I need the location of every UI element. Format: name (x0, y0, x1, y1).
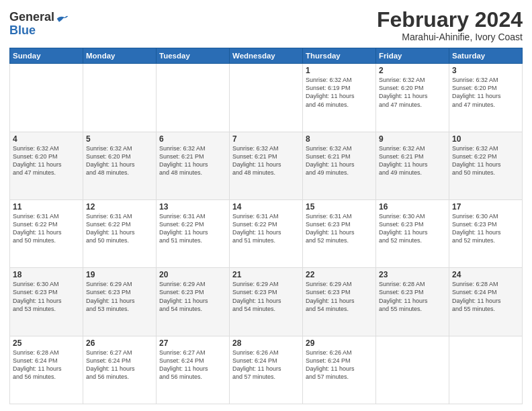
table-row: 15Sunrise: 6:31 AM Sunset: 6:23 PM Dayli… (303, 199, 376, 267)
logo: General Blue (9, 11, 69, 38)
day-info: Sunrise: 6:27 AM Sunset: 6:24 PM Dayligh… (159, 349, 226, 381)
day-info: Sunrise: 6:31 AM Sunset: 6:22 PM Dayligh… (13, 212, 80, 245)
col-saturday: Saturday (449, 48, 523, 64)
day-number: 15 (306, 202, 373, 212)
day-info: Sunrise: 6:30 AM Sunset: 6:23 PM Dayligh… (379, 212, 446, 245)
col-friday: Friday (376, 48, 449, 64)
day-info: Sunrise: 6:32 AM Sunset: 6:22 PM Dayligh… (452, 144, 519, 177)
table-row: 25Sunrise: 6:28 AM Sunset: 6:24 PM Dayli… (10, 336, 83, 404)
table-row (230, 64, 303, 132)
day-number: 2 (379, 66, 446, 75)
title-area: February 2024 Marahui-Ahinifie, Ivory Co… (377, 8, 523, 42)
col-sunday: Sunday (10, 48, 83, 64)
col-thursday: Thursday (303, 48, 376, 64)
day-info: Sunrise: 6:29 AM Sunset: 6:23 PM Dayligh… (306, 280, 373, 313)
day-info: Sunrise: 6:32 AM Sunset: 6:21 PM Dayligh… (306, 144, 373, 177)
day-info: Sunrise: 6:31 AM Sunset: 6:22 PM Dayligh… (86, 212, 153, 245)
day-info: Sunrise: 6:32 AM Sunset: 6:21 PM Dayligh… (232, 144, 300, 177)
table-row: 5Sunrise: 6:32 AM Sunset: 6:20 PM Daylig… (83, 132, 157, 199)
table-row: 26Sunrise: 6:27 AM Sunset: 6:24 PM Dayli… (83, 336, 157, 404)
table-row: 12Sunrise: 6:31 AM Sunset: 6:22 PM Dayli… (83, 199, 157, 267)
table-row: 3Sunrise: 6:32 AM Sunset: 6:20 PM Daylig… (449, 64, 523, 132)
table-row: 16Sunrise: 6:30 AM Sunset: 6:23 PM Dayli… (376, 199, 449, 267)
table-row: 28Sunrise: 6:26 AM Sunset: 6:24 PM Dayli… (230, 336, 303, 404)
logo-area: General Blue (9, 11, 69, 38)
day-info: Sunrise: 6:27 AM Sunset: 6:24 PM Dayligh… (86, 349, 153, 381)
day-number: 21 (232, 270, 300, 279)
day-number: 14 (232, 202, 300, 212)
header: General Blue February 2024 Marahui-Ahini… (9, 8, 523, 42)
table-row: 22Sunrise: 6:29 AM Sunset: 6:23 PM Dayli… (303, 268, 376, 336)
table-row: 1Sunrise: 6:32 AM Sunset: 6:19 PM Daylig… (303, 64, 376, 132)
table-row: 6Sunrise: 6:32 AM Sunset: 6:21 PM Daylig… (157, 132, 230, 199)
logo-text: General Blue (9, 11, 54, 38)
day-info: Sunrise: 6:29 AM Sunset: 6:23 PM Dayligh… (86, 280, 153, 313)
day-number: 4 (13, 134, 80, 144)
logo-general: General (9, 10, 54, 24)
table-row: 29Sunrise: 6:26 AM Sunset: 6:24 PM Dayli… (303, 336, 376, 404)
logo-bird-icon (56, 14, 69, 28)
table-row: 9Sunrise: 6:32 AM Sunset: 6:21 PM Daylig… (376, 132, 449, 199)
table-row: 27Sunrise: 6:27 AM Sunset: 6:24 PM Dayli… (157, 336, 230, 404)
day-info: Sunrise: 6:26 AM Sunset: 6:24 PM Dayligh… (306, 349, 373, 381)
day-number: 19 (86, 270, 153, 279)
day-number: 25 (13, 338, 80, 348)
calendar-week-row: 11Sunrise: 6:31 AM Sunset: 6:22 PM Dayli… (10, 199, 523, 267)
table-row: 8Sunrise: 6:32 AM Sunset: 6:21 PM Daylig… (303, 132, 376, 199)
day-info: Sunrise: 6:32 AM Sunset: 6:20 PM Dayligh… (86, 144, 153, 177)
day-info: Sunrise: 6:32 AM Sunset: 6:20 PM Dayligh… (452, 76, 519, 109)
day-number: 12 (86, 202, 153, 212)
table-row: 19Sunrise: 6:29 AM Sunset: 6:23 PM Dayli… (83, 268, 157, 336)
day-info: Sunrise: 6:31 AM Sunset: 6:22 PM Dayligh… (232, 212, 300, 245)
day-number: 9 (379, 134, 446, 144)
day-info: Sunrise: 6:32 AM Sunset: 6:20 PM Dayligh… (13, 144, 80, 177)
calendar-week-row: 1Sunrise: 6:32 AM Sunset: 6:19 PM Daylig… (10, 64, 523, 132)
day-number: 20 (159, 270, 226, 279)
day-number: 16 (379, 202, 446, 212)
day-number: 22 (306, 270, 373, 279)
calendar-week-row: 4Sunrise: 6:32 AM Sunset: 6:20 PM Daylig… (10, 132, 523, 199)
logo-blue: Blue (9, 24, 36, 37)
calendar-table: Sunday Monday Tuesday Wednesday Thursday… (9, 48, 523, 404)
day-info: Sunrise: 6:28 AM Sunset: 6:24 PM Dayligh… (452, 280, 519, 313)
day-number: 10 (452, 134, 519, 144)
day-number: 23 (379, 270, 446, 279)
day-info: Sunrise: 6:29 AM Sunset: 6:23 PM Dayligh… (159, 280, 226, 313)
month-year-title: February 2024 (377, 8, 523, 32)
table-row: 14Sunrise: 6:31 AM Sunset: 6:22 PM Dayli… (230, 199, 303, 267)
day-number: 29 (306, 338, 373, 348)
day-info: Sunrise: 6:31 AM Sunset: 6:22 PM Dayligh… (159, 212, 226, 245)
day-number: 18 (13, 270, 80, 279)
table-row: 23Sunrise: 6:28 AM Sunset: 6:23 PM Dayli… (376, 268, 449, 336)
day-number: 13 (159, 202, 226, 212)
location-subtitle: Marahui-Ahinifie, Ivory Coast (377, 32, 523, 42)
col-tuesday: Tuesday (157, 48, 230, 64)
day-number: 26 (86, 338, 153, 348)
day-info: Sunrise: 6:32 AM Sunset: 6:21 PM Dayligh… (159, 144, 226, 177)
table-row (83, 64, 157, 132)
calendar-week-row: 25Sunrise: 6:28 AM Sunset: 6:24 PM Dayli… (10, 336, 523, 404)
calendar-week-row: 18Sunrise: 6:30 AM Sunset: 6:23 PM Dayli… (10, 268, 523, 336)
day-number: 7 (232, 134, 300, 144)
table-row (157, 64, 230, 132)
table-row: 11Sunrise: 6:31 AM Sunset: 6:22 PM Dayli… (10, 199, 83, 267)
day-number: 3 (452, 66, 519, 75)
table-row (10, 64, 83, 132)
day-info: Sunrise: 6:32 AM Sunset: 6:21 PM Dayligh… (379, 144, 446, 177)
table-row: 20Sunrise: 6:29 AM Sunset: 6:23 PM Dayli… (157, 268, 230, 336)
table-row: 21Sunrise: 6:29 AM Sunset: 6:23 PM Dayli… (230, 268, 303, 336)
day-number: 5 (86, 134, 153, 144)
col-wednesday: Wednesday (230, 48, 303, 64)
day-info: Sunrise: 6:31 AM Sunset: 6:23 PM Dayligh… (306, 212, 373, 245)
table-row: 4Sunrise: 6:32 AM Sunset: 6:20 PM Daylig… (10, 132, 83, 199)
day-info: Sunrise: 6:28 AM Sunset: 6:23 PM Dayligh… (379, 280, 446, 313)
day-number: 8 (306, 134, 373, 144)
day-number: 24 (452, 270, 519, 279)
calendar-header-row: Sunday Monday Tuesday Wednesday Thursday… (10, 48, 523, 64)
day-info: Sunrise: 6:32 AM Sunset: 6:20 PM Dayligh… (379, 76, 446, 109)
day-info: Sunrise: 6:30 AM Sunset: 6:23 PM Dayligh… (452, 212, 519, 245)
day-number: 27 (159, 338, 226, 348)
day-info: Sunrise: 6:29 AM Sunset: 6:23 PM Dayligh… (232, 280, 300, 313)
day-info: Sunrise: 6:26 AM Sunset: 6:24 PM Dayligh… (232, 349, 300, 381)
table-row: 17Sunrise: 6:30 AM Sunset: 6:23 PM Dayli… (449, 199, 523, 267)
